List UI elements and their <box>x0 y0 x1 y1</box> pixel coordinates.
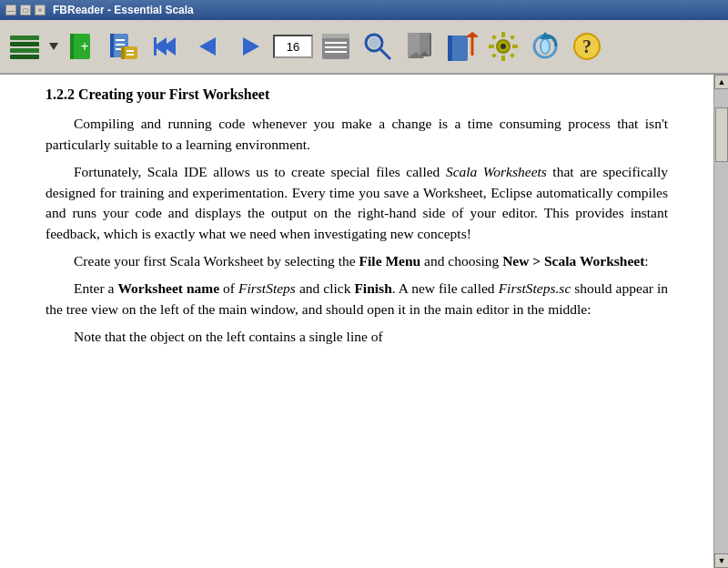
content-area: 1.2.2 Creating your First Worksheet Comp… <box>0 75 713 568</box>
paragraph-2: Fortunately, Scala IDE allows us to crea… <box>46 162 668 244</box>
svg-rect-6 <box>70 34 74 59</box>
bold-file-menu: File Menu <box>359 253 421 269</box>
svg-rect-46 <box>491 53 497 58</box>
first-page-icon[interactable] <box>147 27 186 66</box>
library-icon[interactable] <box>5 27 44 66</box>
svg-rect-14 <box>121 46 125 59</box>
svg-rect-25 <box>325 46 347 48</box>
next-page-icon[interactable] <box>231 27 269 66</box>
svg-rect-10 <box>116 39 125 41</box>
add-book-icon[interactable]: + <box>64 27 102 66</box>
rotate-icon[interactable] <box>526 27 564 66</box>
svg-rect-42 <box>489 45 494 48</box>
svg-rect-40 <box>501 32 505 37</box>
titlebar: — □ × FBReader - Essential Scala <box>0 0 728 20</box>
svg-rect-0 <box>10 36 39 40</box>
toc-icon[interactable] <box>317 27 355 66</box>
italic-firststeps-sc: FirstSteps.sc <box>499 280 571 296</box>
paragraph-4: Enter a Worksheet name of FirstSteps and… <box>46 279 668 320</box>
section-title: 1.2.2 Creating your First Worksheet <box>46 84 668 105</box>
svg-rect-45 <box>510 35 515 40</box>
svg-rect-9 <box>110 34 114 57</box>
search-icon[interactable] <box>359 27 397 66</box>
svg-rect-11 <box>116 44 125 46</box>
svg-line-28 <box>379 48 390 59</box>
svg-point-29 <box>369 37 379 48</box>
toolbar: + 16 <box>0 20 728 75</box>
bold-finish: Finish <box>354 280 391 296</box>
page-number-input[interactable]: 16 <box>273 35 313 58</box>
bold-worksheet-name: Worksheet name <box>117 280 219 296</box>
maximize-button[interactable]: □ <box>20 5 31 15</box>
library-dropdown-icon[interactable] <box>47 27 60 66</box>
svg-rect-41 <box>501 56 505 61</box>
scroll-thumb[interactable] <box>715 107 728 162</box>
svg-rect-24 <box>325 42 347 44</box>
paragraph-3: Create your first Scala Worksheet by sel… <box>46 251 668 271</box>
goto-icon[interactable] <box>442 27 480 66</box>
paragraph-5: Note that the object on the left contain… <box>46 327 668 347</box>
scroll-track[interactable] <box>714 89 728 553</box>
svg-rect-23 <box>322 34 349 38</box>
main-area: 1.2.2 Creating your First Worksheet Comp… <box>0 75 728 568</box>
svg-point-39 <box>500 44 506 49</box>
svg-rect-3 <box>10 55 39 59</box>
settings-icon[interactable] <box>484 27 522 66</box>
svg-rect-15 <box>126 50 134 52</box>
svg-point-50 <box>541 39 550 54</box>
italic-scala-worksheets: Scala Worksheets <box>446 164 547 179</box>
svg-rect-43 <box>512 45 518 48</box>
window-title: FBReader - Essential Scala <box>53 4 194 16</box>
svg-text:?: ? <box>582 36 592 56</box>
svg-marker-4 <box>49 43 58 50</box>
svg-rect-47 <box>510 53 515 58</box>
svg-rect-26 <box>325 51 347 53</box>
svg-rect-1 <box>10 42 39 46</box>
prev-page-icon[interactable] <box>189 27 228 66</box>
svg-rect-2 <box>10 48 39 53</box>
svg-rect-16 <box>126 54 134 56</box>
scroll-down-button[interactable]: ▼ <box>714 553 728 568</box>
scrollbar: ▲ ▼ <box>713 75 728 568</box>
paragraph-1: Compiling and running code whenever you … <box>46 114 668 155</box>
svg-rect-44 <box>491 35 497 40</box>
titlebar-left: — □ × FBReader - Essential Scala <box>5 4 194 16</box>
bold-new-scala-worksheet: New > Scala Worksheet <box>502 253 644 269</box>
svg-rect-19 <box>154 37 157 56</box>
italic-firststeps: FirstSteps <box>238 280 296 296</box>
titlebar-dots: — □ × <box>5 5 46 15</box>
scroll-up-button[interactable]: ▲ <box>714 75 728 89</box>
minimize-button[interactable]: — <box>5 5 16 15</box>
svg-marker-20 <box>199 37 216 56</box>
help-icon[interactable]: ? <box>568 27 606 66</box>
book-content: 1.2.2 Creating your First Worksheet Comp… <box>46 84 668 348</box>
svg-marker-21 <box>243 37 259 56</box>
bookmarks-icon[interactable] <box>400 27 439 66</box>
close-button[interactable]: × <box>35 5 46 15</box>
svg-rect-35 <box>448 36 452 61</box>
recent-books-icon[interactable] <box>106 27 144 66</box>
svg-marker-37 <box>465 32 478 37</box>
svg-text:+: + <box>80 39 88 55</box>
